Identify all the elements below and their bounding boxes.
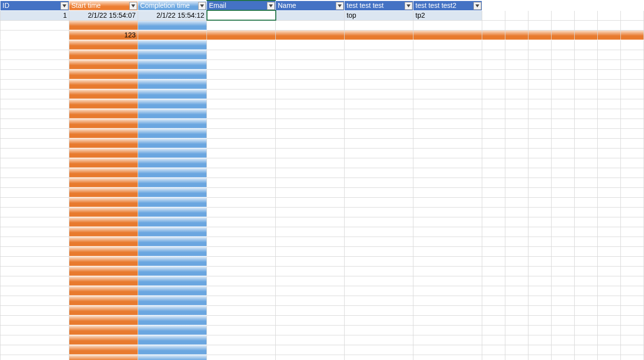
cell[interactable] [598, 355, 621, 360]
cell[interactable] [276, 30, 345, 40]
cell[interactable] [413, 345, 482, 355]
cell[interactable] [482, 99, 505, 109]
cell[interactable] [552, 109, 575, 119]
cell[interactable] [505, 296, 528, 305]
cell[interactable] [207, 335, 276, 345]
cell[interactable] [505, 20, 528, 30]
cell[interactable] [69, 345, 138, 355]
cell[interactable] [138, 60, 207, 69]
cell[interactable] [207, 296, 276, 305]
cell[interactable] [0, 119, 69, 128]
cell[interactable] [345, 50, 413, 60]
cell[interactable] [413, 237, 482, 246]
cell[interactable] [482, 315, 505, 325]
cell[interactable] [505, 266, 528, 276]
cell[interactable] [345, 30, 413, 40]
cell[interactable] [575, 168, 598, 178]
cell[interactable] [482, 50, 505, 60]
cell[interactable] [138, 335, 207, 345]
cell[interactable] [276, 286, 345, 296]
cell[interactable] [69, 256, 138, 266]
cell[interactable] [69, 99, 138, 109]
cell[interactable] [621, 187, 644, 197]
cell[interactable] [276, 50, 345, 60]
cell[interactable] [413, 187, 482, 197]
cell[interactable] [345, 138, 413, 148]
cell[interactable] [621, 237, 644, 246]
cell[interactable] [482, 0, 505, 10]
filter-button-name[interactable] [336, 2, 344, 10]
cell[interactable] [621, 60, 644, 69]
cell[interactable] [207, 109, 276, 119]
cell[interactable] [345, 99, 413, 109]
cell[interactable] [598, 40, 621, 50]
cell[interactable] [505, 89, 528, 99]
cell[interactable] [505, 30, 528, 40]
cell[interactable] [0, 345, 69, 355]
cell[interactable] [621, 305, 644, 315]
cell[interactable] [276, 168, 345, 178]
cell[interactable] [69, 119, 138, 128]
cell[interactable] [621, 119, 644, 128]
cell[interactable] [207, 89, 276, 99]
cell[interactable] [505, 187, 528, 197]
cell[interactable] [413, 296, 482, 305]
cell[interactable] [276, 246, 345, 256]
cell[interactable] [207, 266, 276, 276]
header-start-time[interactable]: Start time [69, 0, 138, 10]
cell[interactable] [345, 187, 413, 197]
cell[interactable] [345, 246, 413, 256]
cell[interactable] [528, 266, 552, 276]
cell[interactable] [598, 296, 621, 305]
cell[interactable] [345, 178, 413, 187]
cell[interactable] [69, 207, 138, 217]
cell[interactable] [482, 197, 505, 207]
cell[interactable] [505, 168, 528, 178]
cell[interactable] [598, 89, 621, 99]
data-table[interactable]: ID Start time Completion time Email Name [0, 0, 644, 360]
cell[interactable] [575, 296, 598, 305]
cell[interactable] [598, 178, 621, 187]
cell[interactable] [276, 325, 345, 335]
cell[interactable] [207, 355, 276, 360]
cell[interactable] [138, 89, 207, 99]
cell[interactable] [207, 79, 276, 89]
cell[interactable] [413, 178, 482, 187]
cell[interactable] [69, 89, 138, 99]
cell[interactable] [345, 335, 413, 345]
cell[interactable] [598, 197, 621, 207]
cell[interactable] [138, 187, 207, 197]
cell[interactable] [528, 178, 552, 187]
cell[interactable] [413, 69, 482, 79]
cell[interactable] [413, 266, 482, 276]
cell[interactable] [505, 305, 528, 315]
cell[interactable] [482, 355, 505, 360]
cell[interactable] [0, 325, 69, 335]
cell[interactable] [345, 89, 413, 99]
cell[interactable] [552, 0, 575, 10]
cell[interactable] [505, 50, 528, 60]
cell[interactable] [621, 207, 644, 217]
cell[interactable] [505, 256, 528, 266]
cell[interactable] [482, 10, 505, 20]
filter-button-test1[interactable] [405, 2, 412, 10]
cell[interactable] [345, 40, 413, 50]
cell[interactable] [276, 266, 345, 276]
cell[interactable] [598, 276, 621, 286]
cell[interactable] [552, 158, 575, 168]
cell[interactable] [528, 217, 552, 227]
cell[interactable] [138, 148, 207, 158]
cell[interactable] [552, 315, 575, 325]
cell[interactable] [482, 158, 505, 168]
cell[interactable] [598, 315, 621, 325]
cell[interactable] [69, 168, 138, 178]
cell[interactable] [575, 50, 598, 60]
cell[interactable] [276, 148, 345, 158]
cell[interactable] [138, 168, 207, 178]
cell[interactable] [598, 325, 621, 335]
cell[interactable] [552, 187, 575, 197]
cell[interactable] [552, 138, 575, 148]
cell[interactable] [138, 40, 207, 50]
cell[interactable] [69, 148, 138, 158]
filter-button-email[interactable] [267, 2, 275, 10]
